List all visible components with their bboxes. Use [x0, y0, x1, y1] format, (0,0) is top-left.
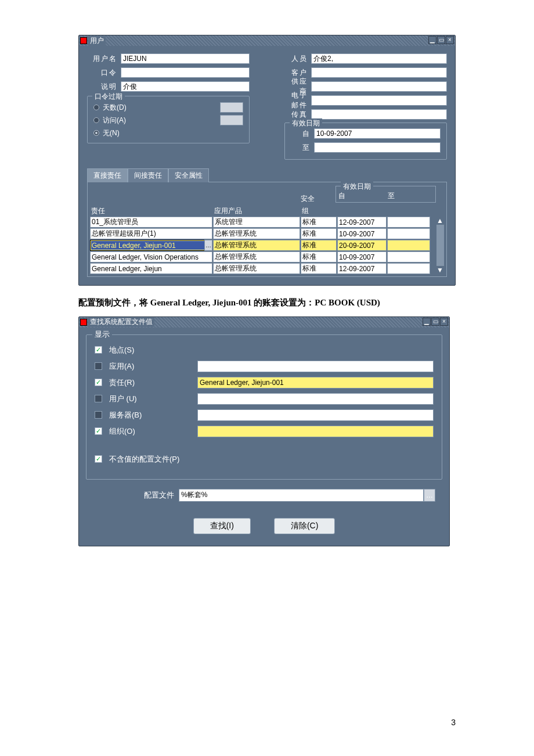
cell-sec[interactable]: 标准: [301, 251, 337, 262]
resp-field[interactable]: [197, 377, 434, 388]
hdr-resp: 责任: [90, 206, 212, 217]
cell-from[interactable]: 20-09-2007: [337, 240, 387, 251]
chk-org[interactable]: [95, 427, 102, 435]
chk-app[interactable]: [95, 362, 102, 370]
email-field[interactable]: [311, 95, 447, 106]
find-profile-window: 查找系统配置文件值 ▁ ▭ × 显示 地点(S) 应用(A) 责任(R) 用户 …: [78, 316, 450, 546]
radio-none[interactable]: [93, 130, 99, 136]
close-x-icon[interactable]: ×: [446, 36, 454, 44]
scroll-down-icon[interactable]: ▼: [436, 266, 444, 274]
scroll-up-icon[interactable]: ▲: [436, 217, 444, 225]
display-group: 显示 地点(S) 应用(A) 责任(R) 用户 (U) 服务器(B) 组织(O)…: [86, 334, 442, 480]
find-button[interactable]: 查找(I): [193, 518, 251, 534]
lov-icon[interactable]: …: [204, 240, 212, 251]
find-window-titlebar[interactable]: 查找系统配置文件值 ▁ ▭ ×: [79, 317, 449, 327]
password-expire-group: 口令过期 天数(D) 访问(A): [87, 96, 250, 143]
cell-from[interactable]: 10-09-2007: [337, 228, 387, 239]
cell-app[interactable]: 总帐管理系统: [213, 240, 300, 251]
tab-security[interactable]: 安全属性: [168, 168, 209, 182]
cell-sec[interactable]: 标准: [301, 228, 337, 239]
table-row[interactable]: General Ledger, Jiejun总帐管理系统标准12-09-2007: [90, 263, 436, 274]
close-x-icon[interactable]: ×: [440, 318, 448, 326]
radio-days[interactable]: [93, 105, 99, 110]
user-window-titlebar[interactable]: 用户 ▁ ▭ ×: [79, 35, 455, 46]
org-label: 组织(O): [107, 426, 194, 437]
cell-to[interactable]: [387, 228, 430, 239]
tab-direct[interactable]: 直接责任: [87, 168, 128, 182]
lov-icon[interactable]: …: [424, 489, 435, 502]
server-label: 服务器(B): [107, 410, 194, 420]
eff-to-label: 至: [291, 143, 314, 153]
effective-date-group: 有效日期 自 至: [284, 123, 447, 160]
hdr-sec: 组: [301, 206, 337, 217]
cell-to[interactable]: [387, 217, 430, 228]
chk-user[interactable]: [95, 395, 102, 402]
novalue-label: 不含值的配置文件(P): [107, 454, 179, 465]
maximize-icon[interactable]: ▭: [431, 318, 439, 326]
visits-field[interactable]: [220, 115, 243, 125]
desc-field[interactable]: [121, 81, 250, 92]
desc-label: 说明: [87, 82, 121, 92]
scrollbar[interactable]: ▲ ▼: [436, 217, 444, 274]
cell-sec[interactable]: 标准: [301, 263, 337, 274]
person-field[interactable]: [311, 53, 447, 64]
effective-date-legend: 有效日期: [290, 118, 322, 128]
supplier-field[interactable]: [311, 81, 447, 92]
clear-button[interactable]: 清除(C): [274, 518, 335, 534]
table-row[interactable]: General Ledger, Vision Operations总帐管理系统标…: [90, 251, 436, 262]
org-field[interactable]: [197, 426, 434, 437]
username-field[interactable]: [121, 53, 250, 64]
cell-app[interactable]: 总帐管理系统: [213, 263, 300, 274]
table-header: 责任 应用产品 组: [90, 206, 444, 217]
chk-site[interactable]: [95, 346, 102, 354]
cell-resp[interactable]: General Ledger, Jiejun: [90, 263, 212, 274]
fax-field[interactable]: [311, 109, 447, 120]
server-field[interactable]: [197, 409, 434, 421]
password-field[interactable]: [121, 67, 250, 78]
hdr-app: 应用产品: [213, 206, 300, 217]
tab-indirect[interactable]: 间接责任: [128, 168, 168, 182]
fax-label: 传真: [284, 110, 311, 120]
tbl-eff-to-label: 至: [388, 191, 431, 201]
eff-to-field[interactable]: [314, 142, 441, 153]
cell-app[interactable]: 系统管理: [213, 217, 300, 228]
cell-resp[interactable]: General Ledger, Jiejun-001: [90, 240, 212, 251]
cell-from[interactable]: 10-09-2007: [337, 251, 387, 262]
cell-to[interactable]: [387, 251, 430, 262]
tab-panel-direct: 安全 有效日期 自 至 责任 应用产品: [87, 182, 447, 277]
table-row[interactable]: 01_系统管理员系统管理标准12-09-2007: [90, 217, 436, 228]
customer-field[interactable]: [311, 67, 447, 78]
cell-from[interactable]: 12-09-2007: [337, 217, 387, 228]
password-label: 口令: [87, 68, 121, 78]
cell-app[interactable]: 总帐管理系统: [213, 228, 300, 239]
table-row[interactable]: 总帐管理超级用户(1)总帐管理系统标准10-09-2007: [90, 228, 436, 239]
minimize-icon[interactable]: ▁: [423, 318, 431, 326]
close-icon[interactable]: [80, 319, 87, 326]
cell-sec[interactable]: 标准: [301, 240, 337, 251]
cell-to[interactable]: [387, 240, 430, 251]
responsibility-tabs: 直接责任 间接责任 安全属性: [87, 168, 447, 182]
cell-to[interactable]: [387, 263, 430, 274]
close-icon[interactable]: [80, 37, 87, 44]
maximize-icon[interactable]: ▭: [437, 36, 445, 44]
cell-sec[interactable]: 标准: [301, 217, 337, 228]
cell-resp[interactable]: General Ledger, Vision Operations: [90, 251, 212, 262]
cell-resp[interactable]: 总帐管理超级用户(1): [90, 228, 212, 239]
days-field[interactable]: [220, 102, 243, 113]
minimize-icon[interactable]: ▁: [428, 36, 436, 44]
profile-field[interactable]: [179, 489, 424, 502]
app-label: 应用(A): [107, 361, 194, 372]
radio-visits[interactable]: [93, 117, 99, 123]
cell-app[interactable]: 总帐管理系统: [213, 251, 300, 262]
user-field[interactable]: [197, 393, 434, 405]
app-field[interactable]: [197, 361, 434, 372]
chk-server[interactable]: [95, 411, 102, 419]
cell-resp[interactable]: 01_系统管理员: [90, 217, 212, 228]
chk-resp[interactable]: [95, 379, 102, 386]
table-row[interactable]: General Ledger, Jiejun-001总帐管理系统标准20-09-…: [90, 240, 436, 251]
radio-visits-label: 访问(A): [103, 116, 126, 125]
cell-from[interactable]: 12-09-2007: [337, 263, 387, 274]
person-label: 人员: [284, 54, 311, 64]
chk-novalue[interactable]: [95, 455, 102, 463]
eff-from-field[interactable]: [314, 128, 441, 139]
